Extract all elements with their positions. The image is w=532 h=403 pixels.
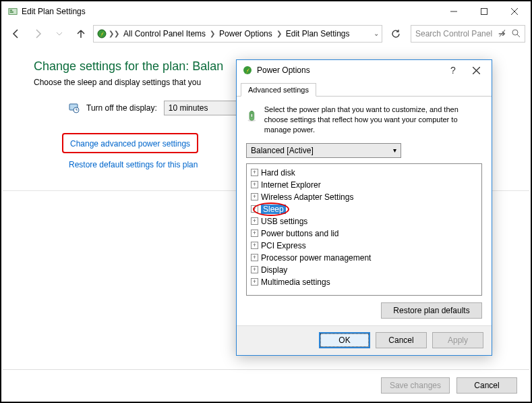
up-button[interactable]: [71, 24, 90, 43]
ok-button[interactable]: OK: [319, 332, 370, 348]
expand-icon[interactable]: +: [251, 217, 258, 225]
dialog-close-button[interactable]: [465, 62, 487, 78]
search-icon: [512, 29, 521, 38]
control-panel-icon: [8, 7, 18, 16]
expand-icon[interactable]: +: [251, 254, 258, 261]
tree-node-label: Internet Explorer: [261, 180, 321, 190]
tree-node-label: Sleep: [261, 205, 286, 214]
breadcrumb-all-items[interactable]: All Control Panel Items: [121, 29, 208, 38]
tree-node[interactable]: +Display: [251, 264, 477, 276]
svg-point-9: [512, 30, 518, 35]
power-options-icon: [242, 65, 253, 76]
heading-prefix: Change settings for the plan:: [34, 59, 192, 73]
turn-off-display-value: 10 minutes: [169, 103, 208, 113]
expand-icon[interactable]: +: [251, 230, 258, 237]
help-button[interactable]: ?: [442, 62, 465, 78]
chevron-down-icon[interactable]: ⌄: [374, 30, 379, 37]
tree-node[interactable]: +Processor power management: [251, 252, 477, 264]
power-plan-dropdown[interactable]: Balanced [Active] ▾: [246, 143, 401, 158]
recent-locations-button[interactable]: [50, 24, 69, 43]
address-bar[interactable]: ❯❯ All Control Panel Items ❯ Power Optio…: [93, 25, 382, 43]
change-advanced-link[interactable]: Change advanced power settings: [70, 139, 190, 149]
monitor-clock-icon: [69, 103, 80, 113]
expand-icon[interactable]: +: [251, 181, 258, 188]
search-icon: ➔̸: [498, 28, 506, 38]
svg-rect-4: [481, 9, 487, 15]
forward-button[interactable]: [28, 24, 47, 43]
power-options-dialog: Power Options ? Advanced settings Select…: [236, 59, 492, 356]
window-title: Edit Plan Settings: [22, 7, 438, 16]
tree-node[interactable]: +PCI Express: [251, 240, 477, 252]
expand-icon[interactable]: +: [251, 169, 258, 176]
expand-icon[interactable]: +: [251, 242, 258, 249]
chevron-right-icon[interactable]: ❯: [208, 30, 216, 37]
back-button[interactable]: [7, 24, 26, 43]
highlight-annotation: Change advanced power settings: [62, 133, 198, 153]
tree-node[interactable]: +Wireless Adapter Settings: [251, 191, 477, 203]
dialog-button-bar: OK Cancel Apply: [237, 325, 492, 355]
expand-icon[interactable]: +: [251, 205, 258, 213]
close-button[interactable]: [499, 2, 529, 21]
refresh-button[interactable]: [388, 26, 404, 42]
tab-advanced-settings[interactable]: Advanced settings: [241, 83, 316, 97]
expand-icon[interactable]: +: [251, 278, 258, 286]
minimize-button[interactable]: [438, 2, 469, 21]
tree-node-label: Display: [261, 265, 287, 275]
maximize-button[interactable]: [469, 2, 499, 21]
heading-plan-name: Balan: [192, 59, 223, 73]
explorer-window: Edit Plan Settings ❯❯ All Control Panel …: [0, 0, 532, 403]
dialog-body: Select the power plan that you want to c…: [237, 97, 492, 325]
breadcrumb-power-options[interactable]: Power Options: [216, 29, 275, 38]
dialog-cancel-button[interactable]: Cancel: [376, 332, 427, 348]
settings-tree[interactable]: +Hard disk+Internet Explorer+Wireless Ad…: [246, 163, 482, 296]
tree-node[interactable]: +Power buttons and lid: [251, 227, 477, 240]
dialog-title: Power Options: [257, 65, 442, 75]
chevron-right-icon[interactable]: ❯: [275, 30, 283, 37]
cancel-button[interactable]: Cancel: [456, 377, 517, 394]
turn-off-display-label: Turn off the display:: [86, 103, 157, 113]
dialog-intro-text: Select the power plan that you want to c…: [264, 105, 482, 135]
svg-rect-19: [251, 114, 253, 117]
dialog-titlebar: Power Options ?: [237, 60, 492, 80]
save-changes-button[interactable]: Save changes: [381, 377, 450, 394]
tree-node-label: Multimedia settings: [261, 277, 330, 287]
dialog-intro: Select the power plan that you want to c…: [246, 105, 482, 135]
restore-plan-defaults-button[interactable]: Restore plan defaults: [381, 302, 482, 319]
breadcrumb-edit-plan[interactable]: Edit Plan Settings: [283, 29, 353, 38]
dialog-tabstrip: Advanced settings: [237, 80, 492, 97]
tree-node[interactable]: +Multimedia settings: [251, 276, 477, 288]
tree-node-label: Wireless Adapter Settings: [261, 192, 353, 202]
tree-node-label: Hard disk: [261, 168, 295, 178]
tree-node-label: USB settings: [261, 217, 307, 226]
tree-node[interactable]: +Sleep: [251, 203, 477, 215]
search-placeholder: Search Control Panel: [415, 29, 492, 38]
power-options-icon: [96, 28, 107, 39]
svg-line-10: [517, 34, 520, 37]
battery-plug-icon: [246, 105, 258, 128]
search-input[interactable]: Search Control Panel ➔̸: [411, 25, 525, 43]
tree-node-label: Power buttons and lid: [261, 229, 338, 238]
tree-node-label: Processor power management: [261, 253, 371, 263]
expand-icon[interactable]: +: [251, 266, 258, 273]
chevron-down-icon: ▾: [393, 146, 396, 154]
expand-icon[interactable]: +: [251, 193, 258, 200]
apply-button[interactable]: Apply: [432, 332, 483, 348]
window-titlebar: Edit Plan Settings: [1, 1, 531, 22]
breadcrumb-chevron-icon[interactable]: ❯❯: [107, 30, 121, 37]
svg-rect-2: [10, 11, 13, 13]
tree-node[interactable]: +Hard disk: [251, 167, 477, 179]
tree-node[interactable]: +Internet Explorer: [251, 179, 477, 191]
restore-defaults-link[interactable]: Restore default settings for this plan: [69, 160, 198, 169]
svg-rect-1: [10, 9, 13, 11]
nav-toolbar: ❯❯ All Control Panel Items ❯ Power Optio…: [1, 22, 531, 46]
power-plan-selected: Balanced [Active]: [251, 146, 314, 155]
tree-node[interactable]: +USB settings: [251, 215, 477, 227]
page-button-bar: Save changes Cancel: [3, 369, 529, 400]
tree-node-label: PCI Express: [261, 241, 306, 250]
